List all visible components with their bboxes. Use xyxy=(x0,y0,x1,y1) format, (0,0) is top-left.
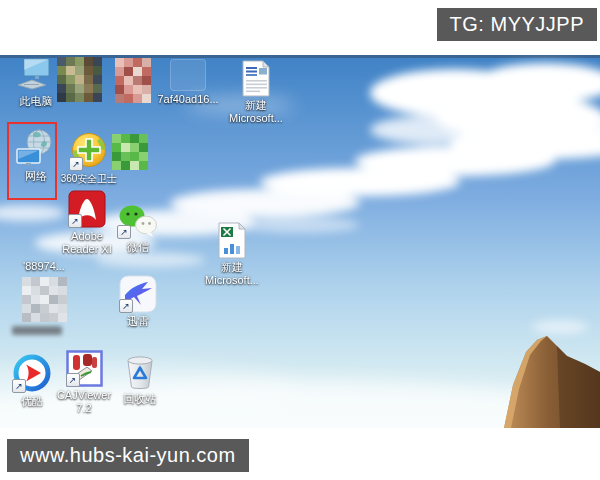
youku-icon: ↗ xyxy=(12,353,52,393)
icon-label: '88974... xyxy=(23,260,65,273)
shortcut-arrow-icon: ↗ xyxy=(68,214,82,228)
this-pc-icon xyxy=(15,57,57,93)
icon-label: 新建 Microsoft... xyxy=(200,261,264,287)
desktop-icon-this-pc[interactable]: 此电脑 xyxy=(10,57,62,108)
pixelated-icon xyxy=(22,277,67,322)
adobe-reader-icon: ↗ xyxy=(68,190,106,228)
page: TG: MYYJJPP xyxy=(0,0,600,480)
desktop-icon-blurred-3[interactable] xyxy=(112,134,148,172)
highlight-box xyxy=(7,122,57,200)
desktop[interactable]: 此电脑 7af40ad16... xyxy=(0,55,600,428)
thunder-icon: ↗ xyxy=(119,275,157,313)
icon-label: 360安全卫士 xyxy=(61,173,118,185)
desktop-icon-file-88974[interactable]: '88974... xyxy=(6,260,82,273)
icon-label: 微信 xyxy=(127,241,149,254)
website-badge: www.hubs-kai-yun.com xyxy=(7,439,249,472)
desktop-icon-blurred-2[interactable] xyxy=(115,58,151,105)
desktop-icon-thunder[interactable]: ↗ 迅雷 xyxy=(110,275,166,328)
desktop-icon-wechat[interactable]: ↗ 微信 xyxy=(110,203,166,254)
ghost-file-icon xyxy=(170,59,206,91)
icon-label: 迅雷 xyxy=(127,315,149,328)
desktop-icon-recycle-bin[interactable]: 回收站 xyxy=(112,353,168,406)
icon-label: 优酷 xyxy=(21,395,43,408)
pixelated-icon xyxy=(112,134,148,170)
pixelated-icon xyxy=(115,58,151,103)
cajviewer-icon: ↗ xyxy=(66,350,103,387)
icon-label: CAJViewer 7.2 xyxy=(52,389,116,415)
desktop-icon-file-7af40ad16[interactable]: 7af40ad16... xyxy=(150,59,226,106)
shortcut-arrow-icon: ↗ xyxy=(119,299,133,313)
wechat-icon: ↗ xyxy=(117,203,159,239)
word-document-icon xyxy=(241,60,271,97)
shortcut-arrow-icon: ↗ xyxy=(66,373,80,387)
blurred-label xyxy=(12,326,62,335)
shortcut-arrow-icon: ↗ xyxy=(69,157,83,171)
icon-label: 回收站 xyxy=(124,393,157,406)
icon-label: 7af40ad16... xyxy=(157,93,218,106)
excel-document-icon xyxy=(217,222,247,259)
icon-label: 新建 Microsoft... xyxy=(224,99,288,125)
desktop-icon-blurred-1[interactable] xyxy=(57,57,102,104)
desktop-icon-new-word-doc[interactable]: 新建 Microsoft... xyxy=(224,60,288,125)
desktop-icon-new-excel-doc[interactable]: 新建 Microsoft... xyxy=(200,222,264,287)
pixelated-icon xyxy=(57,57,102,102)
icon-label: 此电脑 xyxy=(20,95,53,108)
shortcut-arrow-icon: ↗ xyxy=(117,225,131,239)
desktop-icon-blurred-4[interactable] xyxy=(2,277,72,337)
recycle-bin-icon xyxy=(123,353,157,391)
desktop-icon-cajviewer[interactable]: ↗ CAJViewer 7.2 xyxy=(52,350,116,415)
shortcut-arrow-icon: ↗ xyxy=(12,379,26,393)
360-safe-icon: ↗ xyxy=(69,131,109,171)
tg-badge: TG: MYYJJPP xyxy=(437,8,597,41)
